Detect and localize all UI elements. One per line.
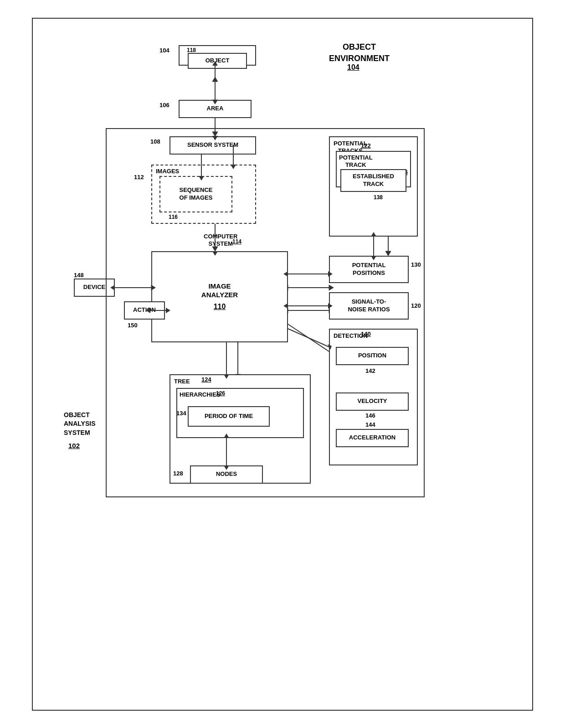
svg-marker-10: [329, 285, 334, 290]
object-environment-ref: 104: [347, 63, 360, 72]
object-box: OBJECT: [188, 53, 247, 69]
svg-line-53: [288, 329, 329, 347]
potential-track-label: POTENTIALTRACK: [339, 154, 373, 170]
acceleration-ref: 144: [365, 421, 375, 428]
images-ref: 112: [134, 174, 144, 181]
area-box: AREA: [179, 100, 252, 118]
velocity-ref: 146: [365, 412, 375, 419]
device-box: DEVICE: [74, 279, 115, 297]
objects-ref: 104: [159, 47, 170, 54]
signal-noise-ref: 120: [411, 302, 421, 309]
images-label: IMAGES: [156, 168, 179, 176]
page: OBJECTENVIRONMENT 104 OBJECTS 104 OBJECT…: [32, 18, 533, 711]
all-arrows: [46, 28, 519, 701]
position-box: POSITION: [336, 347, 409, 365]
object-ref: 118: [187, 47, 196, 53]
acceleration-box: ACCELERATION: [336, 429, 409, 447]
nodes-box: NODES: [190, 465, 263, 484]
diagram: OBJECTENVIRONMENT 104 OBJECTS 104 OBJECT…: [46, 28, 519, 701]
object-environment-label: OBJECTENVIRONMENT: [329, 41, 390, 64]
object-analysis-system-ref: 102: [68, 442, 80, 449]
sensor-ref: 108: [150, 138, 160, 145]
period-of-time-ref: 134: [176, 410, 186, 417]
velocity-box: VELOCITY: [336, 392, 409, 411]
nodes-ref: 128: [173, 470, 183, 477]
computer-system-ref: 114: [232, 238, 241, 245]
detection-ref: 140: [361, 330, 371, 338]
hierarchies-label: HIERARCHIES: [180, 391, 221, 399]
tree-ref: 124: [201, 376, 211, 384]
svg-marker-4: [212, 132, 218, 136]
action-box: ACTION: [124, 301, 165, 320]
signal-noise-box: SIGNAL-TO-NOISE RATIOS: [329, 292, 409, 320]
sequence-of-images-box: SEQUENCEOF IMAGES: [159, 176, 232, 212]
potential-tracks-ref: 122: [361, 142, 371, 150]
action-ref: 150: [128, 322, 138, 329]
sensor-system-box: SENSOR SYSTEM: [170, 136, 256, 155]
diagram-arrows: [46, 28, 519, 701]
potential-positions-ref: 130: [411, 261, 421, 268]
established-track-ref: 138: [374, 194, 383, 201]
svg-marker-1: [212, 77, 218, 82]
object-analysis-system-label: OBJECTANALYSISSYSTEM: [64, 411, 96, 438]
area-ref: 106: [159, 102, 170, 108]
svg-marker-25: [385, 251, 391, 256]
tree-label: TREE: [174, 378, 190, 386]
period-of-time-box: PERIOD OF TIME: [188, 406, 270, 427]
sequence-ref: 116: [169, 214, 178, 220]
device-ref: 148: [74, 272, 84, 279]
position-ref: 142: [365, 367, 375, 374]
svg-line-17: [288, 324, 329, 351]
hierarchies-ref: 126: [216, 390, 225, 398]
potential-positions-box: POTENTIALPOSITIONS: [329, 256, 409, 283]
image-analyzer-box: IMAGEANALYZER 110: [151, 251, 288, 342]
established-track-box: ESTABLISHEDTRACK: [340, 169, 406, 192]
